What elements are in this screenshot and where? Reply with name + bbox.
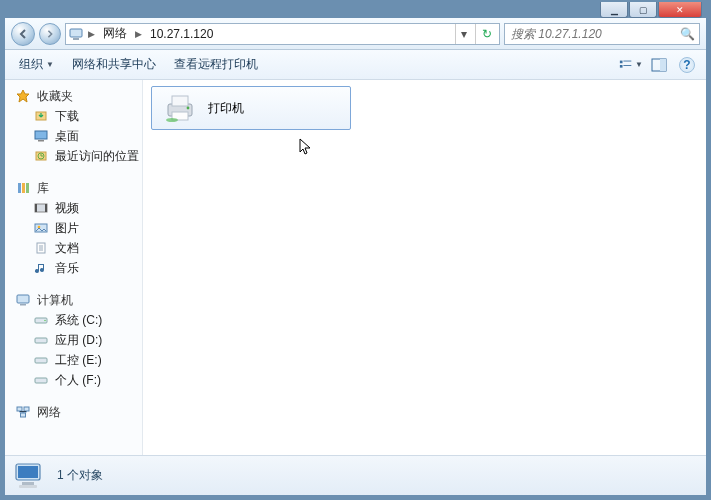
sidebar-item-label: 视频 [55,200,79,217]
organize-label: 组织 [19,56,43,73]
view-remote-printers-label: 查看远程打印机 [174,56,258,73]
preview-pane-button[interactable] [646,54,672,76]
back-button[interactable] [11,22,35,46]
drive-icon [33,372,49,388]
status-text: 1 个对象 [57,467,103,484]
libraries-header[interactable]: 库 [5,178,142,198]
libraries-icon [15,180,31,196]
svg-rect-1 [73,38,79,40]
svg-point-37 [166,118,178,122]
cursor-icon [299,138,313,156]
network-icon [15,404,31,420]
maximize-button[interactable]: ▢ [629,2,657,18]
svg-rect-27 [35,338,47,343]
downloads-icon [33,108,49,124]
sidebar-item-drive-f[interactable]: 个人 (F:) [5,370,142,390]
search-icon: 🔍 [680,27,695,41]
view-options-button[interactable]: ▼ [618,54,644,76]
sidebar-item-label: 文档 [55,240,79,257]
breadcrumb-sep-icon: ▶ [88,29,95,39]
sidebar-item-pictures[interactable]: 图片 [5,218,142,238]
address-bar[interactable]: ▶ 网络 ▶ 10.27.1.120 ▾ ↻ [65,23,500,45]
sidebar-item-label: 桌面 [55,128,79,145]
organize-menu[interactable]: 组织 ▼ [11,52,62,77]
svg-rect-30 [17,407,22,411]
printer-icon [162,92,198,124]
navigation-pane: 收藏夹 下载 桌面 最近访问的位置 库 [5,80,143,455]
svg-rect-19 [45,204,47,212]
sidebar-item-label: 图片 [55,220,79,237]
svg-point-36 [187,107,190,110]
svg-rect-5 [623,65,631,66]
svg-rect-40 [22,482,34,485]
svg-marker-8 [17,90,29,102]
favorites-header[interactable]: 收藏夹 [5,86,142,106]
sidebar-item-drive-d[interactable]: 应用 (D:) [5,330,142,350]
drive-icon [33,312,49,328]
svg-rect-29 [35,378,47,383]
sidebar-item-label: 网络 [37,404,61,421]
svg-rect-2 [620,60,623,63]
minimize-button[interactable]: ▁ [600,2,628,18]
forward-button[interactable] [39,23,61,45]
sidebar-item-recent[interactable]: 最近访问的位置 [5,146,142,166]
libraries-label: 库 [37,180,49,197]
svg-rect-28 [35,358,47,363]
address-dropdown-button[interactable]: ▾ [455,24,471,44]
search-box[interactable]: 🔍 [504,23,700,45]
svg-rect-0 [70,29,82,37]
desktop-icon [33,128,49,144]
svg-rect-32 [21,413,26,417]
content-pane[interactable]: 打印机 [143,80,706,455]
svg-rect-7 [660,59,666,71]
pictures-icon [33,220,49,236]
svg-rect-41 [19,485,37,488]
drive-icon [33,352,49,368]
svg-rect-31 [24,407,29,411]
svg-rect-34 [172,96,188,106]
refresh-button[interactable]: ↻ [475,24,497,44]
svg-rect-18 [35,204,37,212]
printer-tile[interactable]: 打印机 [151,86,351,130]
sidebar-item-videos[interactable]: 视频 [5,198,142,218]
sidebar-item-drive-e[interactable]: 工控 (E:) [5,350,142,370]
favorites-group: 收藏夹 下载 桌面 最近访问的位置 [5,86,142,166]
favorites-label: 收藏夹 [37,88,73,105]
status-bar: 1 个对象 [5,455,706,495]
svg-rect-24 [20,304,26,306]
svg-rect-3 [623,60,631,61]
sidebar-item-desktop[interactable]: 桌面 [5,126,142,146]
network-center-button[interactable]: 网络和共享中心 [64,52,164,77]
drive-icon [33,332,49,348]
help-icon: ? [679,57,695,73]
sidebar-item-network[interactable]: 网络 [5,402,142,422]
computer-header[interactable]: 计算机 [5,290,142,310]
tile-label: 打印机 [208,100,244,117]
computer-icon [15,292,31,308]
computer-large-icon [13,461,47,491]
close-button[interactable]: ✕ [658,2,702,18]
view-remote-printers-button[interactable]: 查看远程打印机 [166,52,266,77]
svg-rect-15 [22,183,25,193]
video-icon [33,200,49,216]
svg-rect-16 [26,183,29,193]
sidebar-item-downloads[interactable]: 下载 [5,106,142,126]
help-button[interactable]: ? [674,54,700,76]
libraries-group: 库 视频 图片 文档 音乐 [5,178,142,278]
chevron-down-icon: ▼ [46,60,54,69]
svg-rect-23 [17,295,29,303]
sidebar-item-label: 音乐 [55,260,79,277]
svg-rect-10 [35,131,47,139]
computer-group: 计算机 系统 (C:) 应用 (D:) 工控 (E:) 个人 (F:) [5,290,142,390]
sidebar-item-music[interactable]: 音乐 [5,258,142,278]
search-input[interactable] [509,26,680,42]
computer-icon [68,26,84,42]
sidebar-item-documents[interactable]: 文档 [5,238,142,258]
documents-icon [33,240,49,256]
svg-rect-14 [18,183,21,193]
recent-icon [33,148,49,164]
sidebar-item-drive-c[interactable]: 系统 (C:) [5,310,142,330]
breadcrumb-network[interactable]: 网络 [99,25,131,42]
breadcrumb-sep-icon: ▶ [135,29,142,39]
breadcrumb-host[interactable]: 10.27.1.120 [146,27,217,41]
